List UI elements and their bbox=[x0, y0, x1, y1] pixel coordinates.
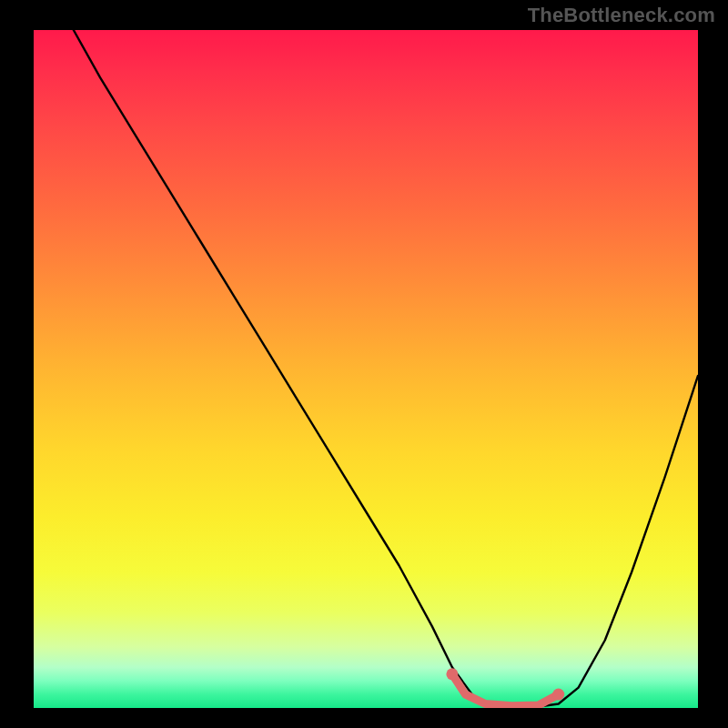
highlight-end-dot bbox=[552, 689, 564, 701]
watermark-text: TheBottleneck.com bbox=[528, 4, 715, 27]
highlight-start-dot bbox=[446, 668, 458, 680]
chart-frame: TheBottleneck.com bbox=[0, 0, 728, 728]
bottleneck-curve bbox=[74, 30, 698, 707]
curve-svg bbox=[34, 30, 698, 708]
plot-area bbox=[34, 30, 698, 708]
